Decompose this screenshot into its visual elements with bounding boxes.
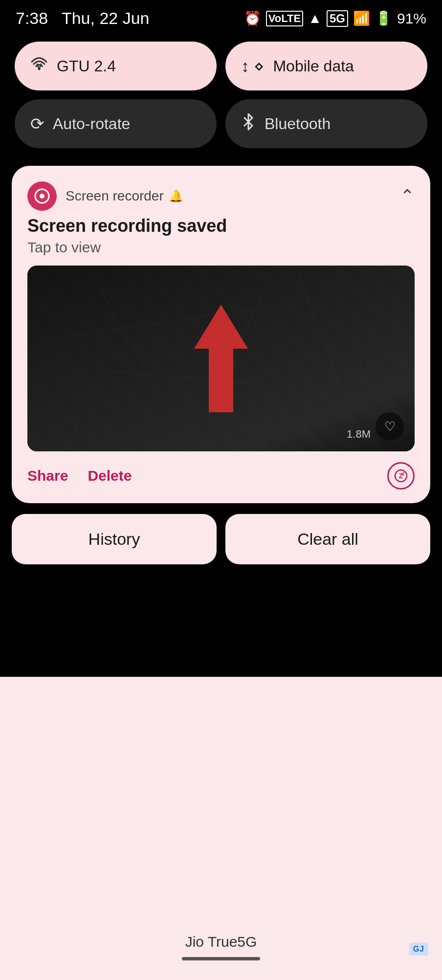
mobile-data-tile-icon: ↕ ⋄: [241, 56, 264, 76]
auto-rotate-tile-label: Auto-rotate: [53, 115, 130, 133]
bluetooth-tile-label: Bluetooth: [265, 115, 331, 133]
notif-app-icon: [27, 181, 57, 211]
alarm-icon: ⏰: [244, 10, 261, 26]
clear-all-button[interactable]: Clear all: [225, 514, 430, 564]
status-time: 7:38 Thu, 22 Jun: [16, 9, 149, 28]
home-indicator[interactable]: [182, 957, 260, 960]
heart-icon[interactable]: ♡: [376, 412, 404, 441]
collapse-notification-button[interactable]: ⌃: [400, 186, 415, 206]
snooze-button[interactable]: Z z: [387, 462, 415, 490]
history-button[interactable]: History: [12, 514, 217, 564]
auto-rotate-tile-icon: ⟳: [30, 114, 44, 134]
status-bar: 7:38 Thu, 22 Jun ⏰ VoLTE ▲ 5G 📶 🔋 91%: [0, 0, 442, 33]
delete-button[interactable]: Delete: [88, 464, 132, 488]
svg-marker-4: [194, 305, 248, 412]
tile-auto-rotate[interactable]: ⟳ Auto-rotate: [15, 99, 217, 148]
date-display: Thu, 22 Jun: [62, 9, 150, 27]
wifi-tile-label: GTU 2.4: [57, 57, 116, 75]
bottom-actions: History Clear all: [0, 503, 442, 564]
notif-header-left: Screen recorder 🔔: [27, 181, 183, 211]
bottom-bar: Jio True5G: [0, 920, 442, 980]
notif-title: Screen recording saved: [27, 216, 415, 236]
volte-icon: VoLTE: [266, 11, 303, 26]
notif-header: Screen recorder 🔔 ⌃: [27, 181, 415, 211]
wifi-tile-icon: [30, 55, 48, 77]
signal-5g-icon: 5G: [327, 10, 348, 27]
status-icons: ⏰ VoLTE ▲ 5G 📶 🔋 91%: [244, 10, 426, 27]
time-display: 7:38: [16, 9, 48, 27]
battery-level: 91%: [397, 10, 426, 27]
notif-app-name: Screen recorder 🔔: [66, 188, 183, 204]
quick-tiles-grid: GTU 2.4 ↕ ⋄ Mobile data ⟳ Auto-rotate Bl…: [0, 33, 442, 157]
tile-wifi[interactable]: GTU 2.4: [15, 42, 217, 90]
notif-subtitle: Tap to view: [27, 239, 415, 256]
notif-actions: Share Delete Z z: [27, 462, 415, 490]
battery-icon: 🔋: [375, 10, 392, 26]
svg-point-2: [40, 194, 44, 199]
svg-text:z: z: [402, 471, 405, 476]
tile-mobile-data[interactable]: ↕ ⋄ Mobile data: [225, 42, 427, 90]
notif-actions-left: Share Delete: [27, 464, 132, 488]
bluetooth-tile-icon: [241, 113, 256, 134]
wifi-icon: ▲: [308, 11, 322, 26]
video-size-badge: 1.8M: [347, 428, 371, 441]
signal-bars-icon: 📶: [353, 10, 370, 26]
notification-panel: Screen recorder 🔔 ⌃ Screen recording sav…: [12, 166, 430, 503]
carrier-label: Jio True5G: [185, 934, 257, 950]
video-thumbnail[interactable]: ♡ 1.8M: [27, 266, 415, 451]
brand-watermark: GJ: [409, 943, 428, 956]
mobile-data-tile-label: Mobile data: [273, 57, 354, 75]
bell-icon: 🔔: [169, 189, 183, 203]
share-button[interactable]: Share: [27, 464, 68, 488]
red-arrow: [177, 305, 265, 412]
tile-bluetooth[interactable]: Bluetooth: [225, 99, 427, 148]
